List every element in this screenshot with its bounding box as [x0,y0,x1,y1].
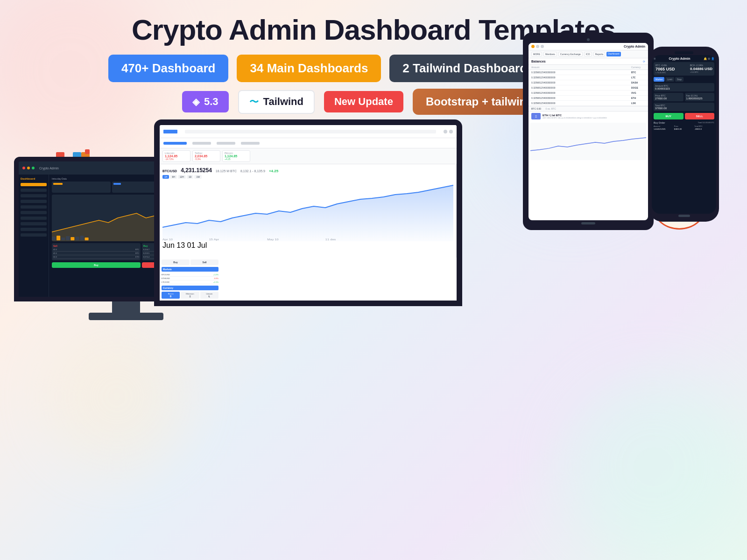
market-row-2: ETH/USD-0.8% [162,277,218,280]
phone-fee-field: Fee (0.1%) 1.800059325 [685,93,715,101]
dark-monitor-neck [112,301,140,313]
sidebar-item-6[interactable] [21,211,47,214]
tablet-frame: Crypto Admin MORE Members Currency Excha… [523,33,654,230]
tf-1h[interactable]: 1H [162,175,169,179]
logo-area [163,130,177,133]
tf-6h[interactable]: 6H [170,175,176,179]
phone-dashboard: ☰ Crypto Admin 🔔 ⚙ 👤 [652,55,716,214]
phone-price-row: Price BTC 27830.00 Fee (0.1%) 1.80005932… [654,93,714,101]
nav-item-2[interactable] [217,142,235,145]
sidebar-item-10[interactable] [21,233,47,237]
nav-item-3[interactable] [241,142,260,145]
phone-action-buttons: BUY SELL [654,113,714,119]
phone-home-bar [678,215,690,217]
stop-tab[interactable]: Stop [675,77,684,82]
phone-notch [675,51,693,54]
new-update-badge: New Update [324,91,403,112]
nav-item-active[interactable] [163,142,187,145]
phone-user-icon: 👤 [711,57,714,60]
balance-col-headers: Amount Currency [529,65,648,70]
svg-text:15 Apr: 15 Apr [209,238,219,241]
currency-header: Currency [162,286,218,290]
buy-tab[interactable]: Buy [162,259,190,265]
svg-rect-17 [85,238,89,240]
eth-currency[interactable]: Ethereum Ξ [181,292,199,299]
phone-device: ☰ Crypto Admin 🔔 ⚙ 👤 [649,47,719,222]
top-actions [444,130,453,133]
sell-row-1: 42.4BTC [53,248,139,252]
payment-card[interactable]: •••• 8494.8 [162,304,218,306]
payment-method-label: Payment Method [162,300,218,303]
phone-bell-icon: 🔔 [704,57,707,60]
sidebar-item-9[interactable] [21,228,47,231]
tablet-brand: Crypto Admin [544,45,645,48]
tf-1w[interactable]: 1W [194,175,202,179]
tab-dashboard-active[interactable]: Dashboard [606,52,620,56]
tablet-home-button[interactable] [581,222,595,224]
phone-price-field: Price BTC 27830.00 [654,93,684,101]
phone-buy-button[interactable]: BUY [654,113,684,119]
buy-button[interactable]: Buy [52,262,141,268]
svg-text:11 des: 11 des [325,238,336,241]
tablet-header: Crypto Admin [529,43,648,50]
sidebar-item-3[interactable] [21,194,47,197]
sidebar-item-1[interactable] [21,183,47,186]
market-tab[interactable]: Market [654,77,664,82]
sidebar-item-2[interactable] [21,189,47,192]
svg-rect-9 [85,149,90,154]
tablet-icon-3 [541,45,544,48]
btc-volume: 18.125 M BTC [216,169,237,173]
dark-sidebar: Dashboard [19,175,49,297]
sidebar-item-8[interactable] [21,222,47,225]
right-panel: Buy Sell Markets BTC/U [160,258,220,306]
laravel-version-label: 5.3 [204,96,218,108]
currency-options: Bitcoin B Ethereum Ξ Litecoin Ł [162,292,218,299]
tab-currency[interactable]: Currency Exchange [558,52,583,56]
phone-amount-field: Amount BTC 0.00003323 [654,83,714,91]
buy-sell-tabs: Buy Sell [162,259,218,265]
tab-members[interactable]: Members [543,52,557,56]
dark-monitor-base [89,313,163,320]
laravel-version-badge: ◈ 5.3 [182,91,229,112]
sidebar-item-4[interactable] [21,200,47,203]
tf-1d[interactable]: 1D [187,175,193,179]
sidebar-item-7[interactable] [21,217,47,220]
close-dot [22,167,25,169]
phone-sell-button[interactable]: SELL [685,113,715,119]
main-monitor: Litecoin 1,124.85 -14.72% Tether 2,034.8… [154,119,462,306]
btc-sub: ≈ 71.81 BTC [655,71,675,74]
svg-text:Apr 10: Apr 10 [162,238,173,241]
ticker-row: Litecoin 1,124.85 -14.72% Tether 2,034.8… [160,148,457,164]
ltc-currency[interactable]: Litecoin Ł [200,292,218,299]
bch-value: 0.04886 USD [690,67,712,71]
tablet-icon-2 [536,45,539,48]
phone-settings-icon: ⚙ [708,57,710,60]
laravel-icon: ◈ [192,96,199,107]
phone-screen: ☰ Crypto Admin 🔔 ⚙ 👤 [652,55,716,214]
market-row-3: LTC/USD+2.1% [162,280,218,284]
btc-currency[interactable]: Bitcoin B [162,292,180,299]
tab-reports[interactable]: Reports [593,52,606,56]
btc-change: +4.25 [269,169,278,173]
notif-icon[interactable] [444,130,447,133]
sell-tab[interactable]: Sell [190,259,218,265]
sidebar-item-5[interactable] [21,205,47,209]
tf-12h[interactable]: 12H [178,175,186,179]
tab-ico[interactable]: ICO [584,52,592,56]
nav-item-1[interactable] [192,142,211,145]
search-bar[interactable] [185,130,436,133]
btc-ticker: Bitcoin 1,124.85 +4.25 [222,150,250,162]
balance-row-btc: 0.32568125400300000 BTC [529,70,648,75]
btc-chart-area: BTC/USD 4,231.15254 18.125 M BTC 8,132.1… [160,164,457,258]
svg-text:May 10: May 10 [267,238,279,241]
user-icon[interactable] [449,130,453,133]
tablet-icons [531,45,544,48]
svg-rect-11 [56,236,60,240]
phone-btc-card: BTC -0.6% 7065 USD ≈ 71.81 BTC BCH -2.24… [654,62,714,76]
limit-tab[interactable]: Limit [665,77,674,82]
tab-more[interactable]: MORE [531,52,542,56]
phone-frame: ☰ Crypto Admin 🔔 ⚙ 👤 [649,47,719,222]
market-row-1: BTC/USD+1.2% [162,273,218,277]
dark-stat-1 [52,182,111,193]
buy-order-section: Buy Order Total 513.3549 ETC Amount Pric… [654,121,714,130]
